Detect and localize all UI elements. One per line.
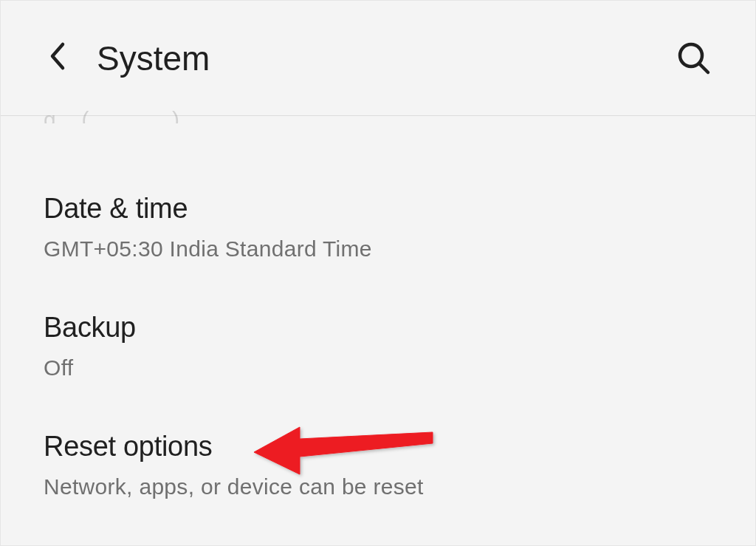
search-icon bbox=[676, 40, 712, 77]
search-button[interactable] bbox=[674, 38, 714, 78]
menu-item-subtitle: Off bbox=[44, 355, 712, 381]
svg-line-1 bbox=[700, 64, 708, 72]
content-area: g ( ), Date & time GMT+05:30 India Stand… bbox=[1, 107, 755, 525]
page-title: System bbox=[97, 38, 674, 78]
menu-item-subtitle: GMT+05:30 India Standard Time bbox=[44, 236, 712, 262]
menu-item-title: Backup bbox=[44, 312, 712, 344]
menu-item-subtitle: Network, apps, or device can be reset bbox=[44, 474, 712, 499]
app-header: System bbox=[1, 1, 755, 116]
chevron-left-icon bbox=[48, 41, 66, 71]
menu-item-reset-options[interactable]: Reset options Network, apps, or device c… bbox=[44, 406, 712, 525]
menu-item-backup[interactable]: Backup Off bbox=[44, 287, 712, 406]
cutoff-menu-item: g ( ), bbox=[44, 107, 712, 123]
menu-item-title: Date & time bbox=[44, 193, 712, 225]
menu-item-title: Reset options bbox=[44, 431, 712, 463]
cutoff-subtitle: g ( ), bbox=[44, 107, 712, 123]
back-button[interactable] bbox=[42, 41, 72, 71]
menu-item-date-time[interactable]: Date & time GMT+05:30 India Standard Tim… bbox=[44, 168, 712, 287]
